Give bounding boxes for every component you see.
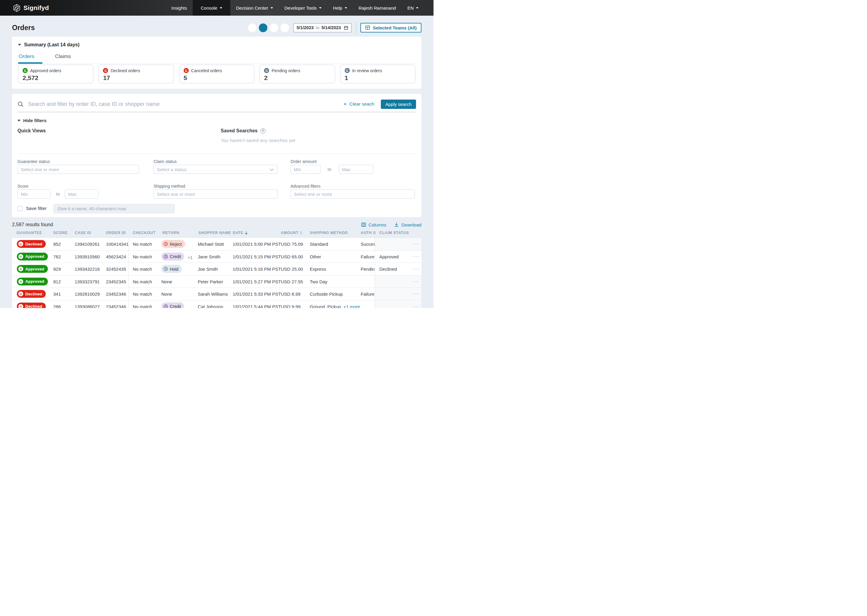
saved-searches-heading: Saved Searches ? — [221, 128, 265, 134]
summary-card: G In review orders 1 — [340, 64, 415, 83]
table-column-header[interactable]: SHIPPING METHOD — [310, 231, 348, 235]
table-column-header[interactable]: RETURN — [162, 231, 180, 235]
results-count: 2,587 results found — [12, 222, 53, 227]
summary-card-value: 17 — [103, 74, 169, 82]
guarantee-seal-icon: G — [18, 254, 23, 259]
row-menu-button[interactable]: ⋯ — [413, 265, 420, 272]
table-row[interactable]: G Approved 812 1393323791 23452345 No ma… — [12, 275, 421, 288]
date-cell: 1/01/2021 5:15 PM PST — [233, 254, 281, 259]
date-range-pill[interactable] — [248, 24, 257, 32]
nav-item[interactable]: Developer Tools — [279, 0, 327, 16]
order-amount-max-input[interactable] — [339, 165, 373, 174]
clear-search-button[interactable]: × Clear seach — [344, 101, 374, 107]
brand[interactable]: Signifyd — [13, 0, 49, 16]
page-title: Orders — [12, 24, 35, 32]
tab-claims[interactable]: Claims — [55, 53, 71, 60]
nav-item[interactable]: Rajesh Ramanand — [353, 0, 402, 16]
shipping-method-input[interactable] — [153, 190, 277, 198]
table-column-header[interactable]: CLAIM STATUS — [379, 231, 409, 235]
download-icon — [394, 222, 399, 227]
help-icon[interactable]: ? — [260, 129, 265, 134]
hide-filters-toggle[interactable]: Hide filters — [17, 118, 47, 123]
sort-arrows-icon[interactable] — [245, 231, 247, 235]
amount-cell: USD 8.99 — [281, 291, 300, 297]
shipping-method-cell: Two Day — [310, 279, 327, 284]
orders-page: Signifyd Insights Console Decision Cente… — [0, 0, 434, 308]
date-range-pill[interactable] — [281, 24, 289, 32]
table-row[interactable]: Declined G Approved 929 1393432216 32452… — [12, 263, 421, 275]
order-amount-min-input[interactable] — [290, 165, 321, 174]
apply-search-button[interactable]: Apply search — [381, 99, 416, 109]
shopper-name-cell: Jane Smith — [198, 254, 221, 259]
case-id-cell: 1393910560 — [75, 254, 100, 259]
date-range-pill[interactable] — [259, 24, 267, 32]
download-button[interactable]: Download — [394, 222, 421, 227]
row-menu-button[interactable]: ⋯ — [413, 253, 420, 260]
return-cell: Hold Hold — [161, 265, 182, 273]
top-nav: Signifyd Insights Console Decision Cente… — [0, 0, 434, 16]
case-id-cell: 1392810029 — [75, 291, 100, 297]
guarantee-seal-icon: G — [18, 242, 23, 246]
date-to-value[interactable]: 5/14/2023 — [322, 25, 341, 30]
score-max-input[interactable] — [65, 190, 98, 198]
sort-arrows-icon[interactable] — [300, 231, 302, 235]
search-row: × Clear seach Apply search — [17, 97, 416, 111]
nav-item[interactable]: EN — [402, 0, 434, 16]
return-status-pill: Reject — [161, 240, 185, 248]
table-column-header[interactable]: ORDER ID — [106, 231, 126, 235]
date-range-pill[interactable] — [270, 24, 278, 32]
table-column-header[interactable]: DATE — [233, 231, 247, 235]
table-column-header[interactable]: SCORE — [53, 231, 68, 235]
save-filter-checkbox[interactable] — [17, 206, 22, 211]
date-range-input[interactable]: 5/1/2023 to 5/14/2023 — [293, 23, 352, 33]
search-underline — [17, 112, 416, 112]
score-cell: 341 — [53, 291, 61, 297]
row-menu-button[interactable]: ⋯ — [413, 240, 420, 248]
return-cell: Credit Credit +1 — [161, 252, 193, 261]
table-row[interactable]: G Declined 286 1393086027 23452346 No ma… — [12, 300, 421, 308]
date-from-value[interactable]: 5/1/2023 — [296, 25, 314, 30]
shopper-name-cell: Cat Johnson — [198, 304, 223, 308]
table-column-header[interactable]: SHOPPER NAME — [199, 231, 231, 235]
save-filter-label: Save filter — [26, 206, 47, 211]
calendar-icon[interactable] — [344, 25, 348, 30]
summary-card-value: 1 — [345, 74, 411, 82]
row-menu-button[interactable]: ⋯ — [413, 278, 420, 285]
guarantee-status-input[interactable] — [17, 165, 139, 174]
table-column-header[interactable]: AMOUNT — [281, 231, 302, 235]
claim-status-select[interactable]: Select a status — [153, 165, 277, 174]
return-icon — [164, 254, 168, 259]
guarantee-seal-icon: G — [18, 304, 23, 308]
row-menu-button[interactable]: ⋯ — [413, 303, 420, 308]
shipping-method-cell: Standard — [310, 242, 328, 247]
summary-collapse-toggle[interactable]: Summary (Last 14 days) — [18, 42, 79, 47]
table-column-header[interactable]: CHECKOUT — [133, 231, 156, 235]
table-column-header[interactable]: CASE ID — [75, 231, 91, 235]
return-icon — [164, 304, 168, 308]
checkout-cell: No match — [133, 279, 152, 284]
nav-item[interactable]: Decision Center — [230, 0, 279, 16]
summary-card-value: 2,572 — [22, 74, 89, 82]
nav-item[interactable]: Help — [327, 0, 353, 16]
tab-orders[interactable]: Orders — [19, 53, 34, 60]
table-column-header[interactable]: AUTH S — [361, 231, 376, 235]
nav-item[interactable]: Console — [193, 0, 230, 16]
columns-button[interactable]: Columns — [361, 222, 386, 227]
case-id-cell: 1394109261 — [75, 242, 100, 247]
search-input[interactable] — [28, 101, 344, 107]
return-cell: Credit Credit — [161, 302, 184, 308]
table-row[interactable]: G Declined 852 1394109261 100414341 No m… — [12, 238, 421, 251]
table-column-header[interactable]: GUARANTEE — [17, 231, 42, 235]
nav-item[interactable]: Insights — [166, 0, 193, 16]
row-menu-button[interactable]: ⋯ — [413, 290, 420, 297]
order-id-cell: 23452346 — [106, 304, 126, 308]
advanced-filters-input[interactable] — [290, 190, 415, 198]
filter-name-input[interactable] — [54, 204, 175, 213]
table-row[interactable]: G Declined 341 1392810029 23452346 No ma… — [12, 288, 421, 300]
score-min-input[interactable] — [17, 190, 50, 198]
table-row[interactable]: Approved G Approved 782 1393910560 45623… — [12, 251, 421, 263]
shipping-more-link[interactable]: +1 more — [344, 304, 360, 308]
quick-views-heading: Quick Views — [17, 128, 46, 134]
selected-teams-button[interactable]: Selected Teams (All) — [360, 23, 421, 33]
summary-card-label: Declined orders — [110, 68, 140, 73]
